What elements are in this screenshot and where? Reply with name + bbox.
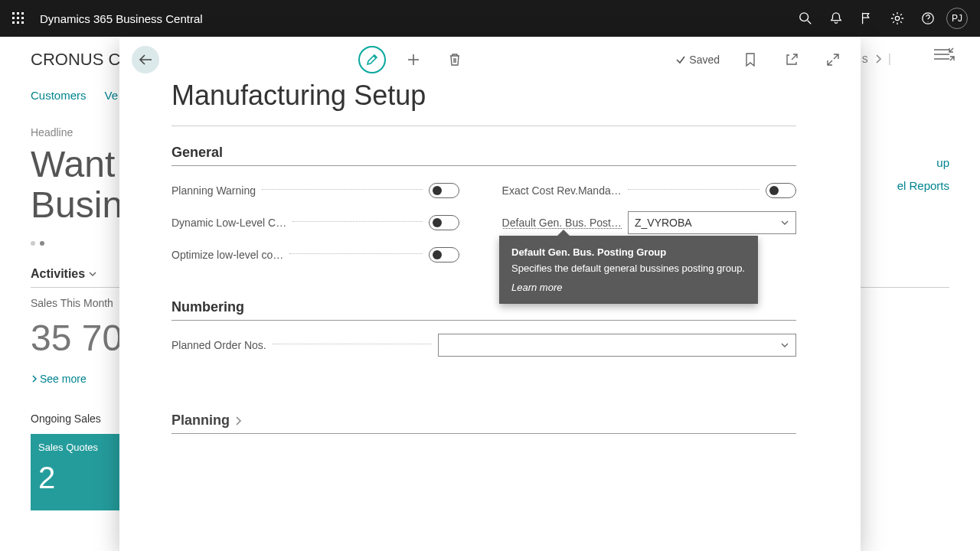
tile-value: 2 <box>38 461 112 495</box>
minimize-icon[interactable] <box>945 47 959 61</box>
new-button[interactable] <box>395 41 432 78</box>
svg-rect-0 <box>12 12 15 15</box>
field-label: Dynamic Low-Level C… <box>172 217 286 229</box>
delete-button[interactable] <box>436 41 473 78</box>
field-label: Optimize low-level co… <box>172 249 283 261</box>
bookmark-icon <box>745 53 756 67</box>
field-planning-warning: Planning Warning <box>172 180 459 201</box>
svg-rect-1 <box>17 12 19 15</box>
svg-line-10 <box>808 21 812 24</box>
optimize-low-level-toggle[interactable] <box>429 247 459 262</box>
dynamic-low-level-toggle[interactable] <box>429 215 459 230</box>
popout-button[interactable] <box>773 41 810 78</box>
default-gbpg-select[interactable]: Z_VYROBA <box>628 211 796 234</box>
field-label: Planned Order Nos. <box>172 339 266 351</box>
help-icon[interactable] <box>913 0 943 37</box>
svg-rect-5 <box>21 17 24 19</box>
svg-rect-6 <box>12 21 15 24</box>
field-label: Planning Warning <box>172 184 256 197</box>
pager-dot[interactable] <box>31 241 35 246</box>
open-new-window-icon <box>786 54 798 66</box>
tile-label: Sales Quotes <box>38 442 112 453</box>
side-link-partial[interactable]: el Reports <box>897 174 949 197</box>
field-planned-order-nos: Planned Order Nos. <box>172 334 796 356</box>
chevron-down-icon <box>780 341 789 350</box>
chevron-right-icon <box>234 416 242 425</box>
pager-dot[interactable] <box>40 241 44 246</box>
saved-indicator: Saved <box>675 54 720 66</box>
svg-point-11 <box>895 16 899 20</box>
user-avatar[interactable]: PJ <box>946 8 968 29</box>
nav-chevron-partial: s <box>862 52 868 66</box>
chevron-down-icon <box>88 269 97 279</box>
back-button[interactable] <box>132 46 159 73</box>
select-value: Z_VYROBA <box>635 217 692 229</box>
field-optimize-low-level: Optimize low-level co… <box>172 244 459 266</box>
field-tooltip: Default Gen. Bus. Posting Group Specifie… <box>499 236 758 304</box>
tooltip-body: Specifies the default general bussines p… <box>511 262 746 274</box>
settings-gear-icon[interactable] <box>882 0 913 37</box>
section-general-header[interactable]: General <box>172 145 796 166</box>
side-link-partial[interactable]: up <box>897 152 949 174</box>
edit-button[interactable] <box>354 41 390 78</box>
field-label[interactable]: Default Gen. Bus. Post… <box>502 217 622 229</box>
search-icon[interactable] <box>790 0 821 37</box>
nav-vendors-partial[interactable]: Ve <box>105 89 119 102</box>
expand-icon <box>827 54 839 66</box>
field-label: Exact Cost Rev.Manda… <box>502 184 622 197</box>
section-planning-header[interactable]: Planning <box>172 412 796 434</box>
exact-cost-toggle[interactable] <box>766 183 796 198</box>
trash-icon <box>449 53 461 67</box>
expand-button[interactable] <box>815 41 851 78</box>
sales-quotes-tile[interactable]: Sales Quotes 2 <box>31 434 119 510</box>
nav-customers[interactable]: Customers <box>31 89 87 102</box>
arrow-left-icon <box>139 54 152 65</box>
manufacturing-setup-modal: Saved Manufacturing Setup General Planni… <box>119 37 861 551</box>
svg-rect-4 <box>17 17 19 19</box>
chevron-right-icon[interactable] <box>874 54 882 64</box>
product-title: Dynamics 365 Business Central <box>40 12 203 25</box>
planned-order-nos-select[interactable] <box>438 334 796 357</box>
field-default-gbpg: Default Gen. Bus. Post… Z_VYROBA <box>502 212 796 233</box>
field-dynamic-low-level: Dynamic Low-Level C… <box>172 212 459 233</box>
svg-rect-3 <box>12 17 15 19</box>
svg-rect-7 <box>17 21 19 24</box>
planning-warning-toggle[interactable] <box>429 183 459 198</box>
flag-icon[interactable] <box>851 0 882 37</box>
check-icon <box>675 54 686 65</box>
field-exact-cost: Exact Cost Rev.Manda… <box>502 180 796 201</box>
plus-icon <box>407 53 420 67</box>
notifications-icon[interactable] <box>821 0 851 37</box>
chevron-down-icon <box>780 218 789 227</box>
pencil-icon <box>366 54 378 66</box>
side-links: up el Reports <box>897 152 949 197</box>
chevron-right-icon <box>31 375 38 383</box>
svg-rect-2 <box>21 12 24 15</box>
modal-toolbar: Saved <box>119 37 861 83</box>
page-title: Manufacturing Setup <box>172 80 808 112</box>
global-topbar: Dynamics 365 Business Central PJ <box>0 0 980 37</box>
svg-rect-8 <box>21 21 24 24</box>
tooltip-learn-more-link[interactable]: Learn more <box>511 282 746 293</box>
app-launcher-icon[interactable] <box>6 6 31 31</box>
svg-point-9 <box>800 13 808 21</box>
bookmark-button[interactable] <box>732 41 769 78</box>
company-name: CRONUS CZ <box>31 50 131 70</box>
tooltip-title: Default Gen. Bus. Posting Group <box>511 246 746 258</box>
